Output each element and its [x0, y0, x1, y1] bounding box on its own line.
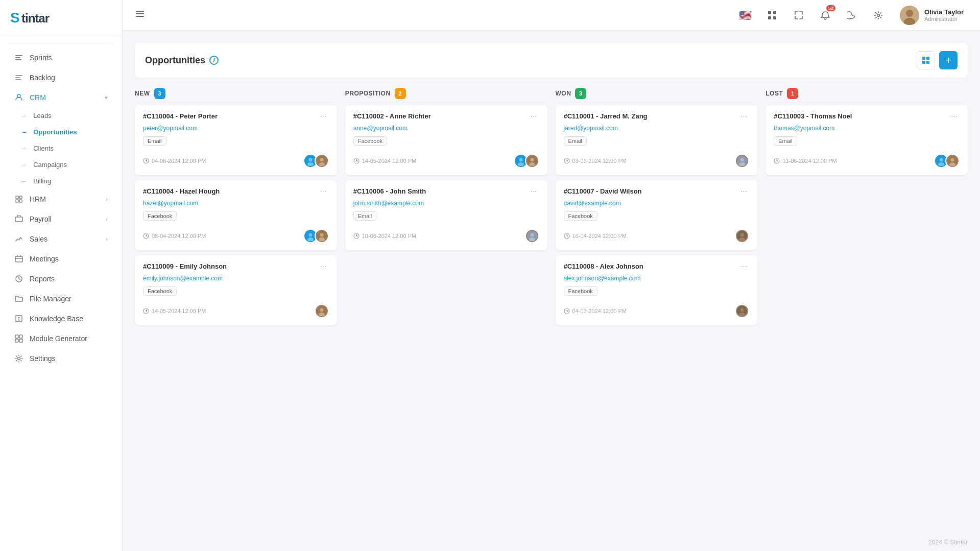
svg-rect-8: [16, 200, 18, 202]
opportunities-label: Opportunities: [33, 128, 77, 136]
notifications-button[interactable]: 52: [816, 6, 834, 25]
card-tag: Facebook: [564, 211, 597, 221]
column-won-label: WON: [556, 90, 571, 97]
card-david-wilson[interactable]: #C110007 - David Wilson ··· david@exampl…: [556, 180, 758, 250]
card-title: #C110007 - David Wilson: [564, 187, 738, 195]
card-email: anne@yopmail.com: [353, 125, 539, 132]
card-title: #C110004 - Hazel Hough: [143, 187, 318, 195]
user-profile[interactable]: Olivia Taylor Administrator: [896, 4, 968, 27]
card-email: john.smith@example.com: [353, 200, 539, 207]
sales-chevron: ›: [106, 236, 108, 242]
sidebar-item-campaigns[interactable]: – Campaigns: [4, 157, 118, 173]
card-avatars: [514, 154, 539, 168]
card-hazel-hough[interactable]: #C110004 - Hazel Hough ··· hazel@yopmail…: [135, 180, 337, 250]
menu-toggle-button[interactable]: [135, 9, 145, 21]
svg-point-13: [18, 317, 20, 319]
sidebar-item-knowledge-base[interactable]: Knowledge Base: [4, 309, 118, 328]
card-more-button[interactable]: ···: [528, 187, 539, 196]
svg-rect-29: [922, 61, 925, 64]
avatar: [525, 229, 539, 243]
svg-point-66: [740, 233, 744, 237]
sidebar-item-clients[interactable]: – Clients: [4, 140, 118, 156]
card-alex-johnson[interactable]: #C110008 - Alex Johnson ··· alex.johnson…: [556, 255, 758, 325]
svg-rect-28: [926, 57, 929, 60]
svg-point-43: [320, 233, 323, 237]
sprints-icon: [14, 53, 23, 62]
svg-rect-15: [19, 335, 22, 338]
column-won: WON 3 #C110001 - Jarred M. Zang ··· jare…: [556, 88, 758, 394]
svg-point-54: [530, 158, 534, 162]
card-more-button[interactable]: ···: [318, 112, 328, 121]
sidebar-item-hrm[interactable]: HRM ›: [4, 189, 118, 209]
dark-mode-button[interactable]: [843, 6, 861, 25]
content-area: Opportunities i + NEW 3 #C110004: [123, 31, 980, 534]
sales-label: Sales: [30, 235, 47, 243]
card-emily-johnson[interactable]: #C110009 - Emily Johnson ··· emily.johns…: [135, 255, 337, 325]
sidebar-item-leads[interactable]: – Leads: [4, 108, 118, 124]
sidebar-item-crm[interactable]: CRM ▾: [4, 88, 118, 107]
sidebar-item-settings[interactable]: Settings: [4, 349, 118, 368]
payroll-icon: [14, 214, 23, 224]
card-more-button[interactable]: ···: [738, 187, 749, 196]
settings-icon: [14, 354, 23, 363]
sidebar-item-payroll[interactable]: Payroll ›: [4, 209, 118, 229]
page-header-actions: +: [917, 51, 958, 69]
card-email: thomas@yopmail.com: [774, 125, 960, 132]
app-logo: S tintar: [10, 9, 66, 26]
sidebar-item-sprints[interactable]: Sprints: [4, 48, 118, 67]
sidebar-item-module-generator[interactable]: Module Generator: [4, 329, 118, 348]
card-avatars: [303, 229, 329, 243]
card-anne-richter[interactable]: #C110002 - Anne Richter ··· anne@yopmail…: [345, 105, 547, 175]
card-more-button[interactable]: ···: [738, 112, 749, 121]
fullscreen-button[interactable]: [790, 6, 808, 25]
column-lost: LOST 1 #C110003 - Thomas Noel ··· thomas…: [766, 88, 968, 394]
payroll-chevron: ›: [106, 216, 108, 222]
column-header-lost: LOST 1: [766, 88, 968, 99]
sales-icon: [14, 234, 23, 244]
svg-rect-19: [768, 11, 771, 14]
column-header-new: NEW 3: [135, 88, 337, 99]
sidebar-item-opportunities[interactable]: – Opportunities: [4, 124, 118, 140]
card-more-button[interactable]: ···: [318, 187, 328, 196]
sidebar-item-backlog[interactable]: Backlog: [4, 68, 118, 87]
card-title: #C110006 - John Smith: [353, 187, 528, 195]
leads-label: Leads: [33, 112, 51, 119]
knowledge-base-label: Knowledge Base: [30, 315, 83, 323]
user-role: Administrator: [924, 16, 964, 22]
svg-rect-7: [19, 196, 22, 199]
card-peter-porter[interactable]: #C110004 - Peter Porter ··· peter@yopmai…: [135, 105, 337, 175]
svg-point-51: [519, 158, 522, 162]
grid-view-button[interactable]: [917, 51, 935, 69]
card-more-button[interactable]: ···: [318, 262, 328, 271]
card-time: 14-05-2024 12:00 PM: [353, 158, 416, 164]
card-thomas-noel[interactable]: #C110003 - Thomas Noel ··· thomas@yopmai…: [766, 105, 968, 175]
flag-button[interactable]: 🇺🇸: [736, 6, 755, 25]
header-icons: 🇺🇸 52: [736, 6, 888, 25]
svg-rect-10: [15, 217, 22, 222]
sidebar-item-meetings[interactable]: Meetings: [4, 249, 118, 269]
sidebar-item-reports[interactable]: Reports: [4, 269, 118, 289]
sidebar-item-sales[interactable]: Sales ›: [4, 229, 118, 249]
svg-rect-3: [15, 57, 20, 58]
card-time: 08-04-2024 12:00 PM: [143, 233, 206, 239]
card-more-button[interactable]: ···: [738, 262, 749, 271]
card-john-smith[interactable]: #C110006 - John Smith ··· john.smith@exa…: [345, 180, 547, 250]
add-opportunity-button[interactable]: +: [939, 51, 958, 69]
card-more-button[interactable]: ···: [949, 112, 960, 121]
us-flag-icon: 🇺🇸: [739, 9, 752, 21]
avatar: [315, 229, 329, 243]
settings-header-button[interactable]: [869, 6, 888, 25]
card-email: david@example.com: [564, 200, 750, 207]
sidebar-item-file-manager[interactable]: File Manager: [4, 289, 118, 308]
card-jarred-zang[interactable]: #C110001 - Jarred M. Zang ··· jared@yopm…: [556, 105, 758, 175]
sidebar-item-billing[interactable]: – Billing: [4, 173, 118, 189]
card-more-button[interactable]: ···: [528, 112, 539, 121]
card-avatars: [735, 304, 749, 318]
apps-button[interactable]: [763, 6, 781, 25]
svg-point-18: [18, 357, 20, 360]
backlog-label: Backlog: [30, 74, 55, 82]
svg-rect-21: [768, 16, 771, 19]
avatar: [735, 304, 749, 318]
card-email: jared@yopmail.com: [564, 125, 750, 132]
column-lost-badge: 1: [787, 88, 798, 99]
